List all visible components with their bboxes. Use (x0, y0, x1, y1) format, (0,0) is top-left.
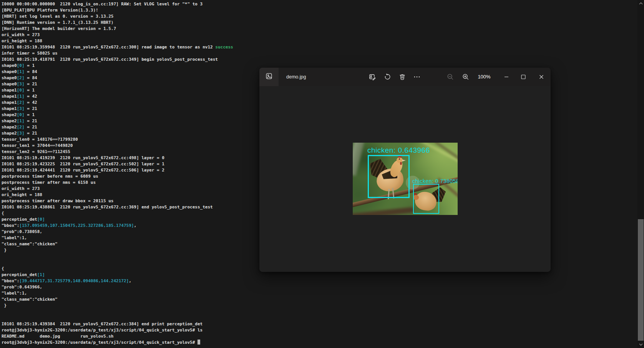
rotate-button[interactable] (383, 73, 391, 81)
delete-button[interactable] (398, 73, 406, 81)
edit-image-button[interactable] (368, 73, 376, 81)
terminal-line (2, 309, 637, 315)
zoom-out-button[interactable] (446, 73, 454, 81)
photos-window: demo.jpg (259, 68, 551, 272)
terminal-cursor (198, 340, 200, 345)
terminal-line: "bbox":[39.444717,31.725779,148.094086,1… (2, 278, 637, 284)
terminal-line: infer timer = 58025 us (2, 50, 637, 57)
terminal-line: perception_det[1] (2, 272, 637, 278)
terminal-line: root@j3dvbj3-hynix2G-3200:/userdata/p_te… (2, 327, 637, 333)
app-tab (259, 68, 279, 86)
scrollbar-up-arrow-icon[interactable] (637, 1, 644, 6)
close-button[interactable] (538, 73, 545, 81)
terminal-line: README.md demo.jpg run_yolov5.sh (2, 333, 637, 340)
scrollbar[interactable] (637, 0, 644, 348)
terminal-line: ori_width = 273 (2, 32, 637, 38)
detection-label: chicken: 0.643966 (367, 146, 430, 155)
see-more-button[interactable] (413, 73, 421, 81)
zoom-level[interactable]: 100% (475, 68, 494, 86)
terminal-line: [DNN] Runtime version = 1.7.1_(3.13.25 H… (2, 20, 637, 26)
detection-box (413, 184, 439, 214)
terminal-line: "prob":0.643966, (2, 284, 637, 290)
detection-label: chicken: 0.738058 (412, 178, 458, 184)
terminal-line: "class_name":"chicken" (2, 296, 637, 303)
terminal-line: I0101 08:25:19.439384 2120 run_yolov5_67… (2, 321, 637, 327)
terminal-line: [HBRT] set log level as 0. version = 3.1… (2, 13, 637, 20)
desktop: I0000 00:00:00.000000 2120 vlog_is_on.cc… (0, 0, 644, 348)
terminal-line: ori_height = 188 (2, 38, 637, 44)
minimize-button[interactable] (503, 73, 510, 81)
zoom-in-button[interactable] (462, 73, 470, 81)
terminal-line: I0101 08:25:19.359948 2120 run_yolov5_67… (2, 44, 637, 50)
terminal-line: [BPU_PLAT]BPU Platform Version(1.3.3)! (2, 7, 637, 13)
terminal-line (2, 315, 637, 321)
window-title: demo.jpg (286, 68, 306, 86)
terminal-line: I0000 00:00:00.000000 2120 vlog_is_on.cc… (2, 1, 637, 7)
photo-demo-jpg[interactable]: chicken: 0.643966chicken: 0.738058 (353, 143, 458, 215)
photo-app-icon (265, 72, 273, 82)
scrollbar-down-arrow-icon[interactable] (637, 342, 644, 347)
terminal-line: I0101 08:25:19.418791 2120 run_yolov5_67… (2, 57, 637, 63)
terminal-line: "label":1, (2, 290, 637, 296)
scrollbar-thumb[interactable] (638, 219, 644, 341)
titlebar[interactable]: demo.jpg (259, 68, 551, 86)
detection-box (368, 155, 410, 198)
terminal-line: [HorizonRT] The model builder version = … (2, 26, 637, 32)
terminal-line: root@j3dvbj3-hynix2G-3200:/userdata/p_te… (2, 340, 637, 346)
maximize-button[interactable] (520, 73, 527, 81)
terminal-line: } (2, 303, 637, 309)
